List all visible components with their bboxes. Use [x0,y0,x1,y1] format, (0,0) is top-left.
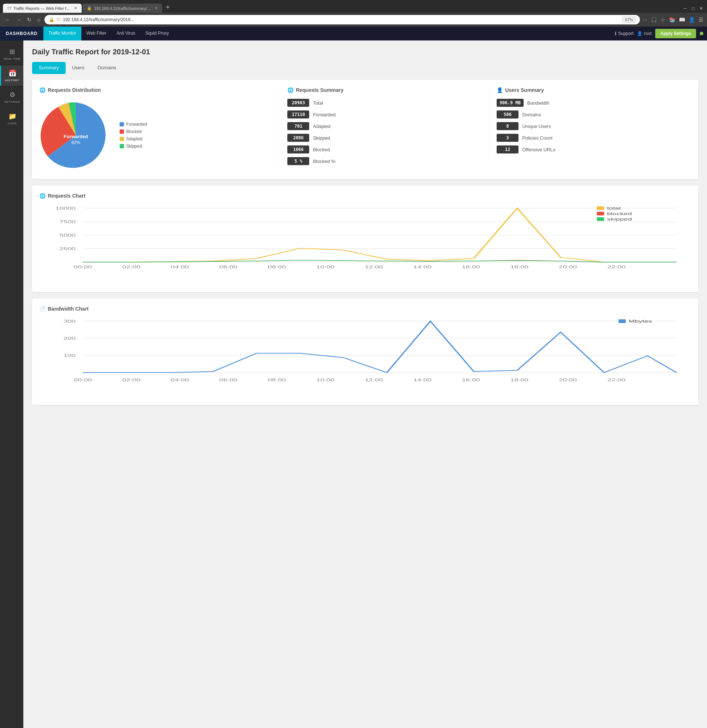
label-bandwidth: Bandwidth [527,100,549,106]
user-info[interactable]: 👤 root [637,31,652,36]
tab-domains[interactable]: Domains [91,62,123,74]
badge-bandwidth: 906.9 MB [497,99,523,107]
svg-text:02:00: 02:00 [122,378,140,382]
library-icon[interactable]: 📚 [669,17,675,23]
label-blocked-pct: Blocked % [313,159,335,164]
new-tab-button[interactable]: + [163,2,173,13]
bandwidth-chart-card: 📄 Bandwidth Chart 300 200 100 [32,299,698,405]
nav-anti-virus[interactable]: Anti Virus [111,27,140,40]
label-policies: Policies Count [522,135,552,141]
svg-text:18:00: 18:00 [510,265,529,269]
legend-skipped-box [597,217,604,221]
browser-tab-1[interactable]: 🛡 Traffic Reports — Web Filter for Yo ✕ [3,4,82,13]
legend-forwarded: Forwarded [120,122,147,127]
settings-icon: ⚙ [1,91,23,99]
tab1-label: Traffic Reports — Web Filter for Yo [13,6,72,10]
svg-text:Mbytes: Mbytes [629,319,652,324]
users-stats: 906.9 MB Bandwidth 506 Domains 8 Unique … [497,99,691,153]
legend-dot-forwarded [120,122,124,127]
tab-bar: Summary Users Domains [32,62,698,74]
badge-forwarded: 17110 [287,110,309,118]
nav-squid-proxy[interactable]: Squid Proxy [140,27,174,40]
url-bar[interactable]: 🔒 🛡 192.168.4.12/traffic/summary/2019...… [45,15,640,25]
stat-skipped: 2086 Skipped [287,134,481,142]
globe-icon: 🌐 [39,87,46,93]
svg-text:100: 100 [64,354,75,358]
close-button[interactable]: ✕ [698,6,704,11]
svg-text:16:00: 16:00 [462,378,480,382]
requests-stats: 20963 Total 17110 Forwarded 701 Adapted [287,99,481,165]
info-icon: ℹ [615,31,617,36]
support-button[interactable]: ℹ Support [615,31,633,36]
svg-text:14:00: 14:00 [414,265,432,269]
pie-chart: Forwarded 82% [39,99,112,172]
minimize-button[interactable]: ─ [682,6,688,11]
menu-icon[interactable]: ☰ [698,17,703,23]
svg-text:22:00: 22:00 [607,378,626,382]
nav-web-filter[interactable]: Web Filter [81,27,111,40]
nav-traffic-monitor[interactable]: Traffic Monitor [43,27,81,40]
legend-total-box [597,207,604,210]
svg-text:12:00: 12:00 [364,265,383,269]
label-blocked: Blocked [313,147,330,152]
restore-button[interactable]: □ [690,6,696,11]
back-button[interactable]: ← [4,15,12,24]
requests-summary-title: 🌐 Requests Summary [287,87,481,93]
label-total: Total [313,100,323,106]
svg-text:total: total [607,207,621,210]
pocket-icon[interactable]: 🎧 [651,17,657,23]
badge-offensive: 12 [497,146,519,153]
legend-blocked-box [597,212,604,215]
svg-text:10:00: 10:00 [316,378,334,382]
badge-skipped: 2086 [287,134,309,142]
url-text: 192.168.4.12/traffic/summary/2019... [63,17,620,22]
browser-tab-2[interactable]: 🔒 192.168.4.12/traffic/summary/2019... ✕ [82,4,162,13]
nav-links: Traffic Monitor Web Filter Anti Virus Sq… [43,27,174,40]
label-offensive: Offensive URLs [522,147,555,152]
distribution-title: 🌐 Requests Distribution [39,87,272,93]
account-icon[interactable]: 👤 [689,17,695,23]
svg-text:00:00: 00:00 [74,265,92,269]
user-icon-summary: 👤 [497,87,503,93]
sidebar-item-history[interactable]: 📅 HISTORY [0,66,23,86]
svg-text:06:00: 06:00 [219,378,237,382]
pie-center-pct: 82% [71,140,80,145]
tab-summary[interactable]: Summary [32,62,66,74]
more-button[interactable]: ··· [643,17,647,23]
sidebar-item-logs[interactable]: 📁 LOGS [0,108,23,129]
main-content: Daily Traffic Report for 2019-12-01 Summ… [23,40,707,728]
svg-text:10000: 10000 [55,207,76,210]
legend-blocked: Blocked [120,129,147,134]
sidebar-item-realtime[interactable]: ⊞ REAL TIME [0,44,23,64]
pie-legend: Forwarded Blocked Adapted [120,122,147,149]
tab1-close[interactable]: ✕ [74,6,77,10]
forward-button[interactable]: → [14,15,23,24]
users-summary-panel: 👤 Users Summary 906.9 MB Bandwidth 506 D… [489,87,691,157]
svg-text:blocked: blocked [607,212,632,216]
svg-text:06:00: 06:00 [219,265,237,269]
svg-text:16:00: 16:00 [462,265,480,269]
app-nav: DASHBOARD Traffic Monitor Web Filter Ant… [0,27,707,40]
calendar-icon: 📅 [1,69,23,77]
svg-text:08:00: 08:00 [267,265,286,269]
label-domains: Domains [522,112,541,117]
home-button[interactable]: ⌂ [36,15,42,24]
bookmark-icon[interactable]: ☆ [661,17,665,23]
users-summary-title: 👤 Users Summary [497,87,691,93]
svg-text:14:00: 14:00 [414,378,432,382]
tab2-close[interactable]: ✕ [155,6,158,10]
tab-users[interactable]: Users [66,62,91,74]
bandwidth-chart-title: 📄 Bandwidth Chart [39,306,691,312]
svg-text:00:00: 00:00 [74,378,92,382]
bandwidth-chart-container: 300 200 100 00:00 02:00 04:00 06:00 08:0… [39,318,691,398]
sidebar-item-settings[interactable]: ⚙ SETTINGS [0,87,23,107]
distribution-card: 🌐 Requests Distribution [32,80,698,179]
requests-chart-title: 🌐 Requests Chart [39,193,691,199]
stat-forwarded: 17110 Forwarded [287,110,481,118]
svg-text:04:00: 04:00 [171,265,189,269]
badge-blocked-pct: 5 % [287,157,309,165]
reader-icon[interactable]: 📖 [679,17,685,23]
stat-blocked: 1066 Blocked [287,146,481,153]
reload-button[interactable]: ↻ [26,15,33,24]
apply-settings-button[interactable]: Apply Settings [655,29,696,38]
